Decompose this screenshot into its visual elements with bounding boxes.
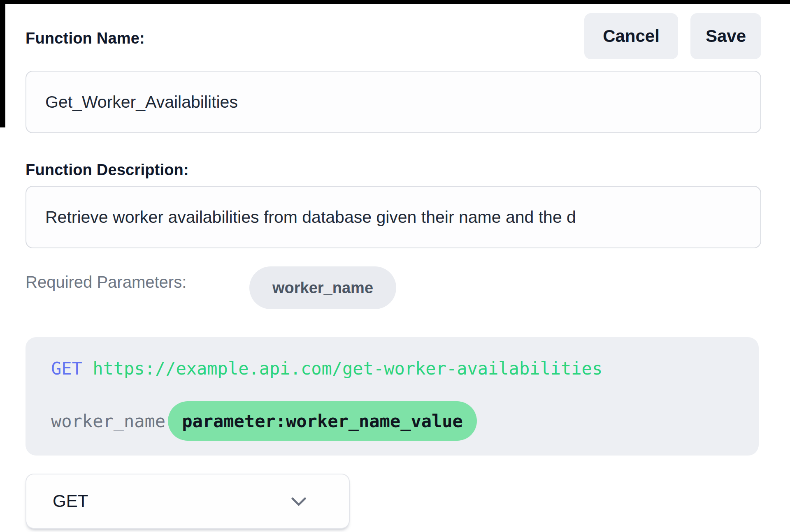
request-method-text: GET xyxy=(51,359,82,379)
http-method-selected-value: GET xyxy=(53,491,288,511)
request-preview-panel: GET https://example.api.com/get-worker-a… xyxy=(26,337,759,456)
screenshot-frame-left xyxy=(0,0,5,127)
required-parameter-chip: worker_name xyxy=(249,266,396,309)
cancel-button[interactable]: Cancel xyxy=(584,13,678,59)
query-param-value-chip: parameter:worker_name_value xyxy=(168,401,477,441)
chevron-down-icon xyxy=(288,490,309,512)
screenshot-frame-top xyxy=(0,0,790,4)
function-name-label: Function Name: xyxy=(26,30,145,47)
save-button[interactable]: Save xyxy=(690,13,761,59)
query-param-key: worker_name xyxy=(51,411,165,431)
request-url-text: https://example.api.com/get-worker-avail… xyxy=(93,359,602,379)
http-method-select[interactable]: GET xyxy=(26,474,350,529)
function-description-input[interactable] xyxy=(26,186,761,248)
required-parameters-label: Required Parameters: xyxy=(26,273,186,291)
function-description-label: Function Description: xyxy=(26,161,189,179)
request-param-line: worker_name parameter:worker_name_value xyxy=(51,401,477,441)
method-url-space xyxy=(82,359,93,379)
function-name-input[interactable] xyxy=(26,71,761,133)
request-url-line: GET https://example.api.com/get-worker-a… xyxy=(51,359,602,379)
